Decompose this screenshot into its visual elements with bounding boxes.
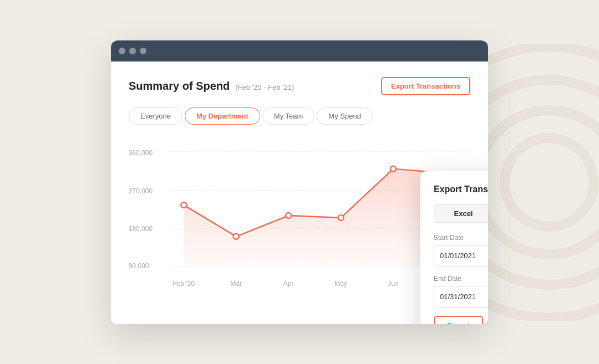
x-label-may: May xyxy=(334,280,347,288)
svg-point-1 xyxy=(477,110,599,254)
y-label-180: 180,000 xyxy=(129,224,153,232)
export-transactions-button[interactable]: Export Transactions xyxy=(381,77,470,95)
end-date-value: 01/31/2021 xyxy=(440,293,488,301)
modal-actions: Export Cancel xyxy=(434,316,488,324)
y-label-90: 90,000 xyxy=(129,262,149,270)
format-excel[interactable]: Excel xyxy=(434,205,488,222)
x-label-apr: Apr xyxy=(283,280,294,288)
tab-my-department[interactable]: My Department xyxy=(185,107,260,125)
export-button[interactable]: Export xyxy=(434,316,483,324)
export-modal: Export Transactions Excel CSV Start Date… xyxy=(420,171,488,324)
x-label-jun: Jun xyxy=(388,280,398,288)
traffic-light-close xyxy=(119,48,125,54)
datapoint-feb xyxy=(181,202,186,208)
traffic-light-maximize xyxy=(140,48,146,54)
page-title: Summary of Spend xyxy=(129,80,230,93)
modal-title: Export Transactions xyxy=(434,184,488,194)
datapoint-may xyxy=(338,215,344,221)
svg-point-0 xyxy=(505,138,593,227)
end-date-label: End Date xyxy=(434,275,488,283)
end-date-input[interactable]: 01/31/2021 xyxy=(434,286,488,308)
datapoint-jun xyxy=(390,166,396,171)
tab-everyone[interactable]: Everyone xyxy=(129,107,182,125)
format-toggle: Excel CSV xyxy=(434,204,488,223)
x-label-mar: Mar xyxy=(230,280,242,288)
y-label-270: 270,000 xyxy=(129,187,153,195)
datapoint-mar xyxy=(233,233,239,239)
traffic-light-minimize xyxy=(129,48,136,54)
header-row: Summary of Spend (Feb '20 - Feb '21) Exp… xyxy=(129,77,470,95)
start-date-label: Start Date xyxy=(434,234,488,242)
start-date-value: 01/01/2021 xyxy=(440,252,488,260)
browser-window: Summary of Spend (Feb '20 - Feb '21) Exp… xyxy=(111,40,488,324)
chart-area: 360,000 270,000 180,000 90,000 xyxy=(129,138,470,304)
chart-fill-area xyxy=(184,168,445,266)
browser-content: Summary of Spend (Feb '20 - Feb '21) Exp… xyxy=(111,61,488,324)
start-date-input[interactable]: 01/01/2021 xyxy=(434,245,488,267)
tabs-container: Everyone My Department My Team My Spend xyxy=(129,107,470,125)
spend-chart: 360,000 270,000 180,000 90,000 xyxy=(129,138,470,304)
datapoint-apr xyxy=(286,213,291,218)
tab-my-spend[interactable]: My Spend xyxy=(317,107,373,125)
y-label-360: 360,000 xyxy=(129,148,153,156)
date-range: (Feb '20 - Feb '21) xyxy=(235,83,294,91)
page-title-group: Summary of Spend (Feb '20 - Feb '21) xyxy=(129,80,294,93)
browser-titlebar xyxy=(111,40,488,61)
tab-my-team[interactable]: My Team xyxy=(262,107,315,125)
x-label-feb: Feb '20 xyxy=(173,280,195,288)
